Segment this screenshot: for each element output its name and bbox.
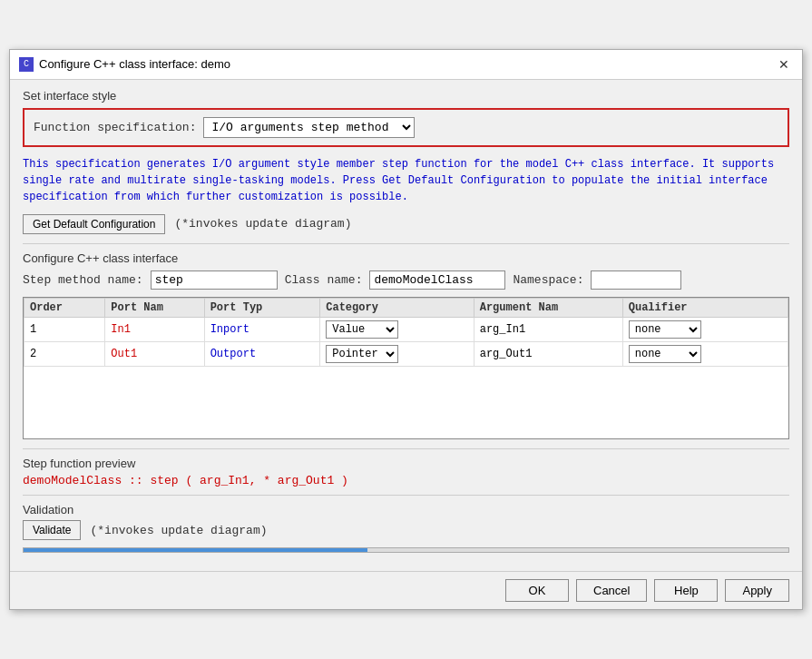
category-select-1[interactable]: Value Pointer Reference bbox=[326, 320, 398, 339]
separator-3 bbox=[23, 495, 789, 496]
info-text: This specification generates I/O argumen… bbox=[23, 156, 789, 205]
cell-category-1: Value Pointer Reference bbox=[320, 317, 474, 341]
separator-2 bbox=[23, 448, 789, 449]
data-table: Order Port Nam Port Typ Category Argumen… bbox=[24, 298, 788, 439]
qualifier-select-2[interactable]: none const volatile bbox=[629, 345, 701, 363]
validation-label: Validation bbox=[23, 503, 789, 516]
validate-button[interactable]: Validate bbox=[23, 520, 81, 540]
class-name-input[interactable] bbox=[369, 270, 505, 290]
cell-qualifier-1: none const volatile bbox=[622, 317, 788, 341]
title-bar-left: C Configure C++ class interface: demo bbox=[19, 57, 230, 72]
invoke-text-1: (*invokes update diagram) bbox=[174, 217, 351, 231]
preview-text: demoModelClass :: step ( arg_In1, * arg_… bbox=[23, 474, 789, 487]
qualifier-select-1[interactable]: none const volatile bbox=[629, 320, 701, 339]
progress-bar-fill bbox=[24, 548, 367, 552]
help-button[interactable]: Help bbox=[654, 579, 718, 602]
fields-row: Step method name: Class name: Namespace: bbox=[23, 270, 789, 290]
col-header-porttype: Port Typ bbox=[204, 298, 320, 317]
configure-dialog: C Configure C++ class interface: demo ✕ … bbox=[9, 49, 803, 611]
function-spec-box: Function specification: I/O arguments st… bbox=[23, 108, 789, 147]
get-default-button[interactable]: Get Default Configuration bbox=[23, 214, 165, 234]
validate-row: Validate (*invokes update diagram) bbox=[23, 520, 789, 540]
col-header-qualifier: Qualifier bbox=[622, 298, 788, 317]
table-row: 2 Out1 Outport Value Pointer Reference a… bbox=[24, 341, 788, 366]
cell-porttype-1: Inport bbox=[204, 317, 320, 341]
cell-order-1: 1 bbox=[24, 317, 105, 341]
function-spec-label: Function specification: bbox=[34, 121, 196, 134]
data-table-container: Order Port Nam Port Typ Category Argumen… bbox=[23, 297, 789, 440]
dialog-title: Configure C++ class interface: demo bbox=[39, 57, 230, 71]
preview-label: Step function preview bbox=[23, 457, 789, 470]
namespace-label: Namespace: bbox=[513, 273, 583, 287]
col-header-argname: Argument Nam bbox=[474, 298, 622, 317]
progress-bar-container bbox=[23, 547, 789, 553]
dialog-icon: C bbox=[19, 57, 34, 72]
col-header-order: Order bbox=[24, 298, 105, 317]
cell-portname-2: Out1 bbox=[105, 341, 204, 366]
table-row: 1 In1 Inport Value Pointer Reference arg… bbox=[24, 317, 788, 341]
cancel-button[interactable]: Cancel bbox=[576, 579, 647, 602]
title-bar: C Configure C++ class interface: demo ✕ bbox=[10, 50, 802, 80]
cell-order-2: 2 bbox=[24, 341, 105, 366]
cell-porttype-2: Outport bbox=[204, 341, 320, 366]
dialog-body: Set interface style Function specificati… bbox=[10, 80, 802, 572]
step-method-label: Step method name: bbox=[23, 273, 143, 287]
namespace-input[interactable] bbox=[591, 270, 681, 290]
separator-1 bbox=[23, 243, 789, 244]
cell-category-2: Value Pointer Reference bbox=[320, 341, 474, 366]
set-interface-style-label: Set interface style bbox=[23, 89, 789, 103]
category-select-2[interactable]: Value Pointer Reference bbox=[326, 345, 398, 363]
class-name-label: Class name: bbox=[285, 273, 363, 287]
configure-label: Configure C++ class interface bbox=[23, 251, 789, 265]
preview-section: Step function preview demoModelClass :: … bbox=[23, 457, 789, 487]
function-spec-select[interactable]: I/O arguments step method Default step m… bbox=[203, 117, 415, 138]
cell-argname-2: arg_Out1 bbox=[474, 341, 622, 366]
step-method-input[interactable] bbox=[151, 270, 278, 290]
col-header-portname: Port Nam bbox=[105, 298, 204, 317]
cell-qualifier-2: none const volatile bbox=[622, 341, 788, 366]
invoke-text-2: (*invokes update diagram) bbox=[90, 524, 267, 537]
get-default-row: Get Default Configuration (*invokes upda… bbox=[23, 214, 789, 234]
table-empty-row bbox=[24, 366, 788, 438]
cell-argname-1: arg_In1 bbox=[474, 317, 622, 341]
validation-section: Validation Validate (*invokes update dia… bbox=[23, 503, 789, 540]
close-button[interactable]: ✕ bbox=[775, 55, 793, 74]
bottom-buttons: OK Cancel Help Apply bbox=[10, 571, 802, 609]
apply-button[interactable]: Apply bbox=[725, 579, 789, 602]
cell-portname-1: In1 bbox=[105, 317, 204, 341]
col-header-category: Category bbox=[320, 298, 474, 317]
ok-button[interactable]: OK bbox=[505, 579, 569, 602]
